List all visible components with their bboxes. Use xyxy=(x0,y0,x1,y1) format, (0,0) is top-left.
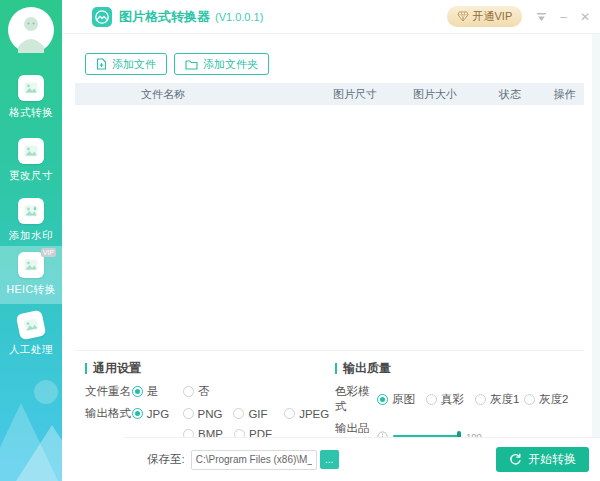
radio-label: 真彩 xyxy=(441,392,464,407)
radio-label: JPG xyxy=(147,408,169,420)
sidebar-item-label: 更改尺寸 xyxy=(0,169,62,183)
radio-rename-no[interactable]: 否 xyxy=(183,384,234,399)
radio-label: 原图 xyxy=(392,392,415,407)
radio-color-truecolor[interactable]: 真彩 xyxy=(426,392,475,407)
file-plus-icon xyxy=(96,58,107,70)
app-title: 图片格式转换器 xyxy=(119,8,210,26)
sidebar-item-label: 格式转换 xyxy=(0,106,62,120)
titlebar: 图片格式转换器 (V1.0.0.1) 开通VIP – ✕ xyxy=(62,0,600,34)
radio-rename-yes[interactable]: 是 xyxy=(132,384,183,399)
app-logo-icon xyxy=(92,7,112,27)
main-area: 图片格式转换器 (V1.0.0.1) 开通VIP – ✕ xyxy=(62,0,600,481)
app-window: 格式转换 更改尺寸 添加水印 VIP HEIC转换 人工处理 xyxy=(0,0,600,481)
image-watermark-icon xyxy=(18,198,44,224)
theme-icon[interactable] xyxy=(536,12,547,22)
radio-icon xyxy=(377,394,388,405)
radio-icon xyxy=(132,386,143,397)
format-row: 输出格式 JPG PNG GIF JPEG xyxy=(85,406,335,421)
footer-bar: 保存至: ... 开始转换 xyxy=(124,437,600,481)
rename-label: 文件重名 xyxy=(85,384,132,399)
decor-circle xyxy=(34,380,58,404)
add-folder-button[interactable]: 添加文件夹 xyxy=(174,53,269,75)
refresh-icon xyxy=(509,453,522,466)
image-manual-icon xyxy=(16,310,47,341)
sidebar-item-format-convert[interactable]: 格式转换 xyxy=(0,75,62,120)
radio-icon xyxy=(233,408,244,419)
add-folder-label: 添加文件夹 xyxy=(203,57,258,72)
radio-icon xyxy=(284,408,295,419)
color-mode-row: 色彩模式 原图 真彩 灰度1 灰度2 xyxy=(335,384,600,414)
radio-icon xyxy=(183,386,194,397)
start-convert-label: 开始转换 xyxy=(528,451,576,468)
radio-color-gray2[interactable]: 灰度2 xyxy=(524,392,573,407)
radio-format-png[interactable]: PNG xyxy=(183,408,234,420)
column-image-size: 图片尺寸 xyxy=(315,87,395,102)
sidebar-item-watermark[interactable]: 添加水印 xyxy=(0,198,62,243)
radio-label: GIF xyxy=(248,408,267,420)
radio-label: PNG xyxy=(198,408,223,420)
settings-panel: 通用设置 文件重名 是 否 输出格式 JPG PNG GIF JPEG BMP … xyxy=(62,351,600,439)
diamond-icon xyxy=(457,11,469,22)
radio-label: 灰度2 xyxy=(539,392,568,407)
sidebar: 格式转换 更改尺寸 添加水印 VIP HEIC转换 人工处理 xyxy=(0,0,62,481)
sidebar-item-heic[interactable]: VIP HEIC转换 xyxy=(0,246,62,304)
column-file-size: 图片大小 xyxy=(395,87,475,102)
column-file-name: 文件名称 xyxy=(75,87,315,102)
add-file-label: 添加文件 xyxy=(112,57,156,72)
scroll-track xyxy=(592,34,600,481)
file-table-header: 文件名称 图片尺寸 图片大小 状态 操作 xyxy=(75,83,584,105)
user-icon xyxy=(8,7,54,53)
image-convert-icon xyxy=(18,75,44,101)
folder-icon xyxy=(185,59,198,70)
vip-label: 开通VIP xyxy=(473,9,513,24)
general-settings: 通用设置 文件重名 是 否 输出格式 JPG PNG GIF JPEG BMP … xyxy=(85,351,335,439)
app-version: (V1.0.0.1) xyxy=(215,11,263,23)
sidebar-item-label: HEIC转换 xyxy=(0,283,62,297)
save-to-label: 保存至: xyxy=(147,452,185,467)
avatar[interactable] xyxy=(8,7,54,53)
sidebar-item-resize[interactable]: 更改尺寸 xyxy=(0,138,62,183)
radio-label: 否 xyxy=(198,384,210,399)
sidebar-item-label: 人工处理 xyxy=(0,343,62,357)
start-convert-button[interactable]: 开始转换 xyxy=(496,447,589,472)
radio-format-gif[interactable]: GIF xyxy=(233,408,284,420)
color-mode-label: 色彩模式 xyxy=(335,384,377,414)
rename-row: 文件重名 是 否 xyxy=(85,384,335,399)
minimize-button[interactable]: – xyxy=(560,11,567,23)
radio-color-original[interactable]: 原图 xyxy=(377,392,426,407)
file-table-body xyxy=(62,105,600,350)
image-heic-icon: VIP xyxy=(18,252,44,278)
general-settings-title: 通用设置 xyxy=(85,360,335,377)
column-action: 操作 xyxy=(545,87,584,102)
column-status: 状态 xyxy=(475,87,545,102)
sidebar-item-manual[interactable]: 人工处理 xyxy=(0,312,62,357)
radio-icon xyxy=(132,408,143,419)
radio-label: 是 xyxy=(147,384,159,399)
sidebar-item-label: 添加水印 xyxy=(0,229,62,243)
save-path-input[interactable] xyxy=(191,450,317,470)
radio-format-jpeg[interactable]: JPEG xyxy=(284,408,335,420)
toolbar: 添加文件 添加文件夹 xyxy=(62,34,600,75)
radio-icon xyxy=(524,394,535,405)
radio-icon xyxy=(475,394,486,405)
radio-label: 灰度1 xyxy=(490,392,519,407)
output-quality-settings: 输出质量 色彩模式 原图 真彩 灰度1 灰度2 输出品质 10 xyxy=(335,351,600,439)
format-label: 输出格式 xyxy=(85,406,132,421)
image-resize-icon xyxy=(18,138,44,164)
window-controls: – ✕ xyxy=(536,11,590,23)
vip-button[interactable]: 开通VIP xyxy=(447,6,523,27)
close-button[interactable]: ✕ xyxy=(580,11,590,23)
vip-badge: VIP xyxy=(41,248,56,257)
add-file-button[interactable]: 添加文件 xyxy=(85,53,167,75)
radio-label: JPEG xyxy=(299,408,329,420)
radio-icon xyxy=(183,408,194,419)
radio-color-gray1[interactable]: 灰度1 xyxy=(475,392,524,407)
radio-format-jpg[interactable]: JPG xyxy=(132,408,183,420)
browse-button[interactable]: ... xyxy=(320,450,339,469)
output-quality-title: 输出质量 xyxy=(335,360,600,377)
radio-icon xyxy=(426,394,437,405)
